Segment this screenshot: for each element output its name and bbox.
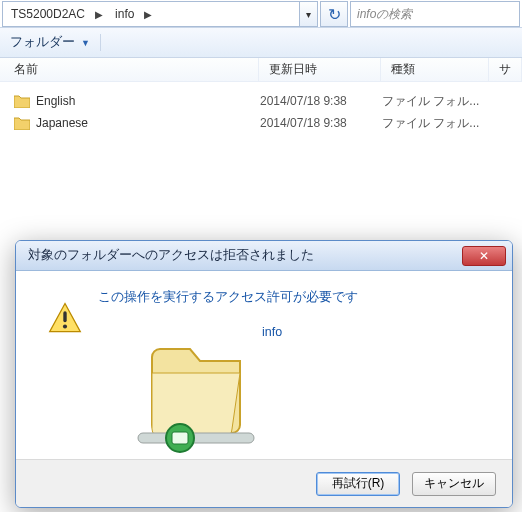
svg-rect-4: [172, 432, 188, 444]
folder-date: 2014/07/18 9:38: [260, 94, 382, 108]
folder-name: Japanese: [36, 116, 88, 130]
search-placeholder: infoの検索: [357, 6, 412, 23]
dialog-subject: info: [262, 325, 282, 339]
folder-row[interactable]: Japanese 2014/07/18 9:38 ファイル フォル...: [0, 112, 522, 134]
column-date[interactable]: 更新日時: [259, 58, 381, 81]
chevron-right-icon[interactable]: ▶: [91, 2, 107, 26]
column-name[interactable]: 名前: [0, 58, 259, 81]
folder-type: ファイル フォル...: [382, 93, 490, 110]
chevron-down-icon: ▼: [81, 38, 90, 48]
close-icon: ✕: [479, 249, 489, 263]
access-denied-dialog: 対象のフォルダーへのアクセスは拒否されました ✕ この操作を実行するアクセス許可…: [15, 240, 513, 508]
breadcrumb-dropdown[interactable]: ▾: [299, 2, 317, 26]
folder-icon: [14, 116, 30, 130]
chevron-right-icon[interactable]: ▶: [140, 2, 156, 26]
new-folder-button[interactable]: フォルダー▼: [10, 34, 90, 51]
dialog-titlebar[interactable]: 対象のフォルダーへのアクセスは拒否されました ✕: [16, 241, 512, 271]
search-input[interactable]: infoの検索: [350, 1, 520, 27]
close-button[interactable]: ✕: [462, 246, 506, 266]
network-folder-icon: [132, 329, 260, 457]
svg-rect-2: [138, 433, 254, 443]
folder-icon: [14, 94, 30, 108]
svg-rect-0: [63, 311, 66, 322]
folder-type: ファイル フォル...: [382, 115, 490, 132]
folder-name: English: [36, 94, 75, 108]
column-type[interactable]: 種類: [381, 58, 489, 81]
column-headers: 名前 更新日時 種類 サ: [0, 58, 522, 82]
retry-button[interactable]: 再試行(R): [316, 472, 400, 496]
dialog-title: 対象のフォルダーへのアクセスは拒否されました: [28, 247, 462, 264]
folder-row[interactable]: English 2014/07/18 9:38 ファイル フォル...: [0, 90, 522, 112]
folder-date: 2014/07/18 9:38: [260, 116, 382, 130]
breadcrumb-segment[interactable]: info: [107, 2, 140, 26]
toolbar-separator: [100, 34, 101, 51]
refresh-button[interactable]: ↻: [320, 1, 348, 27]
breadcrumb[interactable]: TS5200D2AC ▶ info ▶ ▾: [2, 1, 318, 27]
dialog-message: この操作を実行するアクセス許可が必要です: [98, 289, 358, 306]
warning-icon: [48, 301, 82, 335]
svg-point-1: [63, 324, 67, 328]
cancel-button[interactable]: キャンセル: [412, 472, 496, 496]
refresh-icon: ↻: [328, 5, 341, 24]
dialog-buttons: 再試行(R) キャンセル: [16, 459, 512, 507]
column-size[interactable]: サ: [489, 58, 522, 81]
breadcrumb-segment[interactable]: TS5200D2AC: [3, 2, 91, 26]
explorer-toolbar: フォルダー▼: [0, 28, 522, 58]
